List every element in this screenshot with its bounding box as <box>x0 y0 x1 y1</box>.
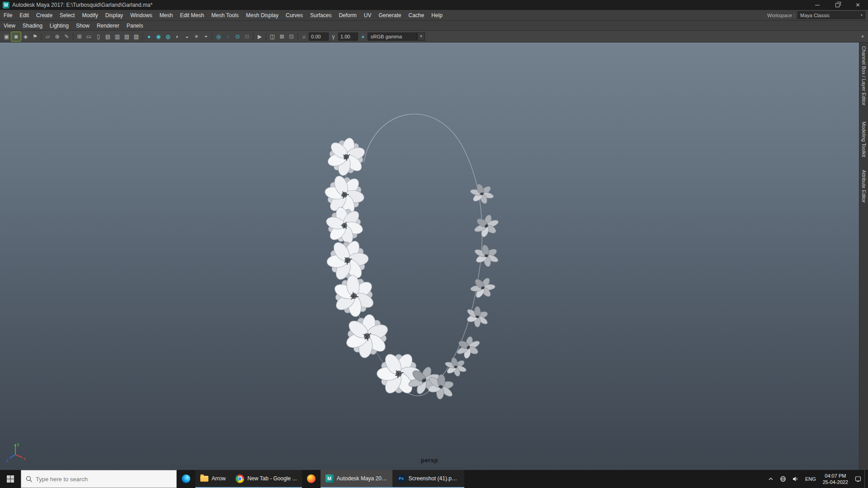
view-transform-select[interactable]: sRGB gamma <box>368 33 417 41</box>
menu-edit[interactable]: Edit <box>16 10 33 20</box>
menu-mesh-tools[interactable]: Mesh Tools <box>208 10 242 20</box>
toolbar-overflow-icon[interactable]: ▾ <box>859 32 866 41</box>
close-icon: ✕ <box>855 2 860 8</box>
workspace-select[interactable]: Maya Classic ▾ <box>797 11 865 19</box>
panel-menu-show[interactable]: Show <box>72 21 93 31</box>
main-area: y x z persp Channel Box / Layer Editor M… <box>0 42 868 470</box>
menu-generate[interactable]: Generate <box>375 10 405 20</box>
exposure-field[interactable] <box>309 33 329 41</box>
taskbar-button-label: Arrow <box>212 475 226 482</box>
taskbar-button-label: New Tab - Google ... <box>247 475 297 482</box>
tray-language-button[interactable]: ENG <box>802 470 819 488</box>
gamma-field[interactable] <box>338 33 358 41</box>
restore-button[interactable] <box>827 0 848 10</box>
tab-attribute-editor[interactable]: Attribute Editor <box>861 170 867 203</box>
folder-icon <box>200 476 208 482</box>
flower-object <box>323 134 369 180</box>
xray-active-icon[interactable]: ⊡ <box>287 32 296 41</box>
panel-menu-panels[interactable]: Panels <box>123 21 147 31</box>
taskbar-photoshop-button[interactable]: Ps Screenshot (41).pn... <box>392 470 464 488</box>
taskbar-firefox-button[interactable] <box>302 470 321 488</box>
search-input[interactable] <box>36 476 172 483</box>
menu-deform[interactable]: Deform <box>335 10 360 20</box>
menu-cache[interactable]: Cache <box>405 10 428 20</box>
isolate-select-icon[interactable]: ▶ <box>255 32 264 41</box>
menu-windows[interactable]: Windows <box>127 10 156 20</box>
toolbar-separator <box>41 33 42 40</box>
motion-blur-icon[interactable]: ◌ <box>223 32 233 41</box>
film-gate-icon[interactable]: ▭ <box>84 32 94 41</box>
safe-title-icon[interactable]: ▨ <box>132 32 141 41</box>
menu-edit-mesh[interactable]: Edit Mesh <box>176 10 208 20</box>
action-center-button[interactable] <box>852 470 864 488</box>
tab-channel-box-layer-editor[interactable]: Channel Box / Layer Editor <box>861 46 867 105</box>
menu-help[interactable]: Help <box>428 10 446 20</box>
lock-camera-icon[interactable]: ◙ <box>11 32 21 41</box>
restore-icon <box>835 3 840 7</box>
grid-icon[interactable]: ⊞ <box>75 32 84 41</box>
panel-menu-renderer[interactable]: Renderer <box>93 21 123 31</box>
gamma-icon[interactable]: γ <box>329 32 338 41</box>
toolbar-separator <box>73 33 73 40</box>
minimize-icon <box>815 5 820 5</box>
shadows-icon[interactable]: ◓ <box>201 32 211 41</box>
textured-icon[interactable]: ◐ <box>173 32 182 41</box>
panel-menu-shading[interactable]: Shading <box>19 21 46 31</box>
xray-joints-icon[interactable]: ⊠ <box>277 32 287 41</box>
camera-attributes-icon[interactable]: ◈ <box>21 32 30 41</box>
menu-modify[interactable]: Modify <box>78 10 101 20</box>
view-transform-toggle-icon[interactable]: ◕ <box>358 32 368 41</box>
resolution-gate-icon[interactable]: ▯ <box>94 32 103 41</box>
shaded-display-icon[interactable]: ● <box>144 32 154 41</box>
viewport-canvas[interactable] <box>0 42 859 470</box>
tray-network-button[interactable] <box>777 470 789 488</box>
menu-select[interactable]: Select <box>56 10 78 20</box>
panel-menu-lighting[interactable]: Lighting <box>46 21 72 31</box>
taskbar-maya-button[interactable]: M Autodesk Maya 201... <box>321 470 392 488</box>
ssao-icon[interactable]: ◎ <box>214 32 223 41</box>
sequence-time-icon[interactable]: ⊟ <box>242 32 252 41</box>
menu-create[interactable]: Create <box>33 10 56 20</box>
menu-uv[interactable]: UV <box>360 10 375 20</box>
menu-curves[interactable]: Curves <box>282 10 307 20</box>
start-button[interactable] <box>0 470 21 488</box>
taskbar-chrome-button[interactable]: New Tab - Google ... <box>231 470 302 488</box>
lights-icon[interactable]: ☀ <box>192 32 201 41</box>
exposure-icon[interactable]: ☼ <box>299 32 309 41</box>
menu-mesh[interactable]: Mesh <box>156 10 176 20</box>
taskbar-search[interactable] <box>21 470 177 488</box>
minimize-button[interactable] <box>807 0 827 10</box>
menu-surfaces[interactable]: Surfaces <box>307 10 335 20</box>
image-plane-icon[interactable]: ▱ <box>43 32 52 41</box>
tray-volume-button[interactable] <box>789 470 802 488</box>
gate-mask-icon[interactable]: ▤ <box>103 32 113 41</box>
menu-file[interactable]: File <box>0 10 16 20</box>
tray-clock-button[interactable]: 04:07 PM 25-04-2022 <box>819 473 852 485</box>
close-button[interactable]: ✕ <box>848 0 868 10</box>
perspective-viewport[interactable]: y x z persp <box>0 42 859 470</box>
view-transform-dropdown-icon[interactable]: ▼ <box>417 33 425 41</box>
bookmark-icon[interactable]: ⚑ <box>30 32 40 41</box>
multisample-icon[interactable]: ⊙ <box>233 32 242 41</box>
grease-pencil-icon[interactable]: ✎ <box>62 32 71 41</box>
tray-chevron-button[interactable] <box>765 470 777 488</box>
show-desktop-button[interactable] <box>864 470 868 488</box>
garland-flowers[interactable] <box>316 134 503 405</box>
taskbar-edge-button[interactable] <box>177 470 195 488</box>
2d-pan-zoom-icon[interactable]: ⊕ <box>52 32 62 41</box>
taskbar-explorer-button[interactable]: Arrow <box>195 470 231 488</box>
menu-mesh-display[interactable]: Mesh Display <box>242 10 282 20</box>
tab-modeling-toolkit[interactable]: Modeling Toolkit <box>861 122 867 157</box>
panel-menu-view[interactable]: View <box>0 21 19 31</box>
wireframe-on-shaded-icon[interactable]: ◍ <box>163 32 173 41</box>
flower-object <box>468 275 497 300</box>
select-camera-icon[interactable]: ▣ <box>2 32 11 41</box>
field-chart-icon[interactable]: ▥ <box>113 32 122 41</box>
toolbar-separator <box>142 33 143 40</box>
use-default-material-icon[interactable]: ◒ <box>182 32 192 41</box>
xray-icon[interactable]: ◫ <box>268 32 277 41</box>
safe-action-icon[interactable]: ▧ <box>122 32 132 41</box>
panel-toolbar: ▣ ◙ ◈ ⚑ ▱ ⊕ ✎ ⊞ ▭ ▯ ▤ ▥ ▧ ▨ ● ◉ ◍ ◐ ◒ ☀ … <box>0 31 868 42</box>
menu-display[interactable]: Display <box>102 10 127 20</box>
smooth-shade-icon[interactable]: ◉ <box>154 32 163 41</box>
